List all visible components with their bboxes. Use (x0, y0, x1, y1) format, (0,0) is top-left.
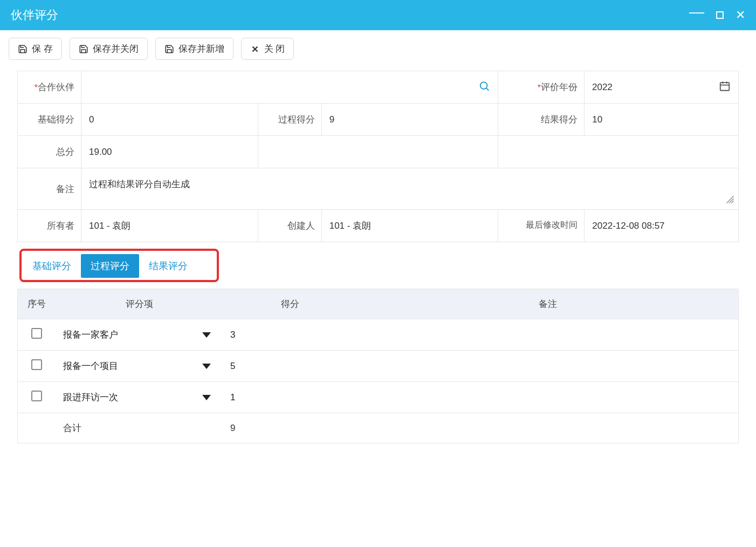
close-button[interactable]: 关 闭 (241, 38, 294, 60)
item-dropdown[interactable]: 报备一个项目 (56, 351, 223, 381)
item-dropdown[interactable]: 报备一家客户 (56, 320, 223, 350)
base-score-value: 0 (81, 104, 258, 135)
note-cell[interactable] (358, 326, 738, 344)
tab-result-score[interactable]: 结果评分 (139, 254, 197, 278)
row-remark: 备注 过程和结果评分自动生成 (18, 168, 738, 210)
close-icon[interactable]: ✕ (736, 9, 745, 21)
note-cell[interactable] (358, 358, 738, 375)
tab-process-score[interactable]: 过程评分 (81, 254, 139, 278)
row-checkbox[interactable] (18, 351, 56, 381)
table-row: 报备一家客户 3 (18, 319, 738, 351)
chevron-down-icon (202, 395, 211, 400)
score-cell[interactable]: 1 (223, 384, 358, 412)
partner-input[interactable] (81, 71, 498, 103)
process-score-label: 过程得分 (258, 104, 322, 135)
modtime-label: 最后修改时间 (498, 210, 585, 242)
tabs: 基础评分 过程评分 结果评分 (17, 251, 739, 281)
save-icon (79, 44, 88, 54)
score-cell[interactable]: 3 (223, 321, 358, 349)
total-label: 总分 (18, 136, 81, 168)
form-grid: *合作伙伴 *评价年份 2022 基 (17, 71, 739, 242)
base-score-label: 基础得分 (18, 104, 81, 135)
remark-value: 过程和结果评分自动生成 (89, 178, 190, 190)
remark-input[interactable]: 过程和结果评分自动生成 (81, 168, 738, 209)
calendar-icon[interactable] (719, 80, 731, 94)
window-title: 伙伴评分 (11, 7, 58, 23)
result-score-label: 结果得分 (498, 104, 585, 135)
note-cell[interactable] (358, 389, 738, 406)
chevron-down-icon (202, 332, 211, 338)
table-row: 跟进拜访一次 1 (18, 382, 738, 413)
score-cell[interactable]: 5 (223, 352, 358, 380)
row-checkbox[interactable] (18, 382, 56, 413)
year-value: 2022 (592, 82, 613, 93)
close-icon (250, 44, 260, 54)
save-button[interactable]: 保 存 (9, 38, 62, 60)
chevron-down-icon (202, 364, 211, 369)
row-partner-year: *合作伙伴 *评价年份 2022 (18, 71, 738, 104)
creator-value: 101 - 袁朗 (322, 210, 498, 242)
partner-field[interactable] (89, 82, 490, 93)
svg-point-2 (480, 82, 487, 89)
save-close-label: 保存并关闭 (93, 43, 139, 55)
save-new-label: 保存并新增 (178, 43, 224, 55)
col-score: 得分 (223, 289, 358, 319)
tab-base-score[interactable]: 基础评分 (23, 254, 81, 278)
item-value: 跟进拜访一次 (63, 391, 118, 404)
resize-handle-icon[interactable] (725, 195, 735, 207)
item-dropdown[interactable]: 跟进拜访一次 (56, 382, 223, 412)
footer-label: 合计 (56, 413, 223, 443)
owner-value: 101 - 袁朗 (81, 210, 258, 242)
process-score-value: 9 (322, 104, 498, 135)
score-table: 序号 评分项 得分 备注 报备一家客户 3 报备一个项目 5 (17, 289, 739, 443)
item-value: 报备一个项目 (63, 360, 118, 372)
owner-label: 所有者 (18, 210, 81, 242)
save-new-button[interactable]: 保存并新增 (155, 38, 233, 60)
partner-label: *合作伙伴 (18, 71, 81, 103)
svg-rect-4 (720, 83, 730, 91)
table-footer: 合计 9 (18, 413, 738, 443)
table-body: 报备一家客户 3 报备一个项目 5 跟进拜访一次 (18, 319, 738, 443)
remark-label: 备注 (18, 168, 81, 209)
item-value: 报备一家客户 (63, 329, 118, 341)
total-value: 19.00 (81, 136, 258, 168)
svg-line-3 (486, 88, 489, 90)
search-icon[interactable] (478, 80, 490, 94)
creator-label: 创建人 (258, 210, 322, 242)
save-icon (164, 44, 174, 54)
row-total: 总分 19.00 . . (18, 136, 738, 168)
col-note: 备注 (358, 289, 738, 319)
result-score-value: 10 (585, 104, 738, 135)
window-controls: — ✕ (689, 9, 745, 21)
save-icon (18, 44, 28, 54)
maximize-icon[interactable] (716, 11, 724, 19)
close-label: 关 闭 (264, 43, 285, 55)
save-close-button[interactable]: 保存并关闭 (70, 38, 148, 60)
row-scores: 基础得分 0 过程得分 9 结果得分 10 (18, 104, 738, 136)
row-checkbox[interactable] (18, 319, 56, 350)
toolbar: 保 存 保存并关闭 保存并新增 关 闭 (0, 30, 756, 71)
footer-total: 9 (223, 414, 358, 442)
titlebar: 伙伴评分 — ✕ (0, 0, 756, 30)
year-input[interactable]: 2022 (585, 71, 738, 103)
form-area: *合作伙伴 *评价年份 2022 基 (0, 71, 756, 443)
year-label: *评价年份 (498, 71, 585, 103)
col-item: 评分项 (56, 289, 223, 319)
col-no: 序号 (18, 289, 56, 319)
table-header: 序号 评分项 得分 备注 (18, 289, 738, 319)
table-row: 报备一个项目 5 (18, 351, 738, 382)
row-meta: 所有者 101 - 袁朗 创建人 101 - 袁朗 最后修改时间 2022-12… (18, 210, 738, 242)
tabs-area: 基础评分 过程评分 结果评分 (17, 248, 739, 289)
modtime-value: 2022-12-08 08:57 (585, 210, 738, 242)
save-label: 保 存 (32, 43, 53, 55)
